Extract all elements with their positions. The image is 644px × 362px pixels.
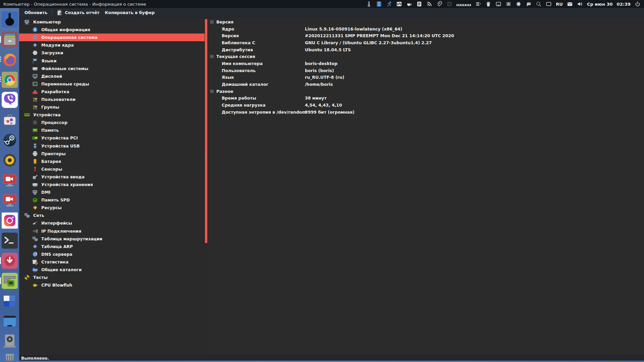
runner-icon[interactable] [386,1,392,7]
tree-item-батарея[interactable]: Батарея [19,158,205,165]
tree-item-dmi[interactable]: DMI [19,188,205,196]
tree-item-пользователи[interactable]: Пользователи [19,96,205,103]
collapse-expander-icon[interactable] [210,55,213,58]
tray-time[interactable]: 02:39 [617,2,631,7]
info-row[interactable]: Доступная энтропия в /dev/random3999 бит… [208,109,644,116]
tree-item-устройства[interactable]: Устройства [19,111,205,119]
collapse-expander-icon[interactable] [210,20,213,23]
tree-item-cpu-blowfish[interactable]: CPU Blowfish [19,281,205,289]
tree-item-общая-информация[interactable]: iОбщая информация [19,26,205,34]
dock-software-center[interactable] [2,112,18,128]
tree-item-сенсоры[interactable]: Сенсоры [19,165,205,173]
info-row[interactable]: Средняя нагрузка4,54, 4,43, 4,10 [208,102,644,109]
tree-item-группы[interactable]: Группы [19,103,205,111]
dock-chrome[interactable] [2,72,18,88]
tree-item-общие-каталоги[interactable]: Общие каталоги [19,266,205,274]
dock-media-disc[interactable] [2,152,18,168]
monitor-m-icon[interactable] [396,1,402,7]
keyboard-layout[interactable]: RU [556,2,563,7]
info-row[interactable]: Версия#202012211331 SMP PREEMPT Mon Dec … [208,32,644,39]
tree-item-устройства-ввода[interactable]: Устройства ввода [19,173,205,181]
dock-terminal[interactable] [2,233,18,249]
tree-item-устройства-pci[interactable]: Устройства PCI [19,134,205,142]
tree-item-тесты[interactable]: Тесты [19,274,205,281]
tree-item-таблица-маршрутизации[interactable]: Таблица маршрутизации [19,235,205,243]
info-row[interactable]: Языкru_RU.UTF-8 (ru) [208,74,644,81]
tree-item-дисплей[interactable]: Дисплей [19,72,205,80]
refresh-button[interactable]: Обновить [22,9,50,16]
dock-file-manager[interactable] [2,313,18,329]
pane-handle-dots[interactable] [206,152,207,158]
mail-icon[interactable] [567,1,573,7]
document-icon[interactable] [416,1,422,7]
tree-item-процессор[interactable]: Процессор [19,119,205,126]
tree-item-таблица-arp[interactable]: Таблица ARP [19,243,205,250]
dock-pointer-hand[interactable] [2,11,18,27]
tray-date[interactable]: Ср июн 30 [587,2,613,7]
chip-icon[interactable] [516,1,522,7]
trash-icon[interactable] [485,1,491,7]
info-group-header[interactable]: Текущая сессия [208,53,644,60]
info-row[interactable]: Библиотека CGNU C Library / (Ubuntu GLIB… [208,39,644,46]
dock-screen-recorder[interactable] [2,172,18,188]
tree-item-загрузки[interactable]: Загрузки [19,49,205,57]
dock-office-app[interactable] [2,293,18,309]
dock-instagram[interactable] [2,213,18,229]
tree-scrollbar-thumb[interactable] [205,19,207,243]
mailbox-icon[interactable]: T [526,1,532,7]
tree-item-устройства-хранения[interactable]: Устройства хранения [19,181,205,188]
pane-divider[interactable] [205,17,208,355]
power-icon[interactable] [635,1,641,7]
tree-item-dns-сервера[interactable]: DNS сервера [19,250,205,258]
dock-firefox[interactable] [2,52,18,68]
micro-text-indicator[interactable] [457,4,471,6]
tree-item-ресурсы[interactable]: Ресурсы [19,204,205,212]
dock-steam[interactable] [2,132,18,148]
menu-icon[interactable] [475,1,481,7]
volume-icon[interactable] [577,1,583,7]
tree-item-операционная-система[interactable]: Операционная система [19,34,205,41]
dock-hardinfo[interactable] [2,273,18,289]
dock-file-cabinet[interactable] [2,32,18,48]
dock-viber[interactable] [2,92,18,108]
thermometer-icon[interactable] [366,1,372,7]
tree-item-память-spd[interactable]: Память SPD [19,196,205,204]
info-group-header[interactable]: Разное [208,88,644,95]
tree-item-статистика[interactable]: Статистика [19,258,205,266]
tree-item-компьютер[interactable]: Компьютер [19,18,205,26]
info-row[interactable]: Имя компьютераboris-desktop [208,60,644,67]
tree-item-интерфейсы[interactable]: Интерфейсы [19,219,205,227]
dark-square-icon[interactable] [446,1,452,7]
tree-item-переменные-среды[interactable]: Переменные среды [19,80,205,88]
paperclip-icon[interactable] [436,1,442,7]
tree-item-принтеры[interactable]: Принтеры [19,150,205,158]
search-icon[interactable] [536,1,542,7]
info-row[interactable]: Время работы38 минут [208,95,644,102]
dock-screen-recorder-2[interactable] [2,192,18,208]
tree-item-label: Сеть [33,213,44,218]
collapse-expander-icon[interactable] [210,90,213,93]
drawer-icon[interactable] [376,1,382,7]
display-icon[interactable] [546,1,552,7]
info-row[interactable]: Пользовательboris (boris) [208,67,644,74]
rss-icon[interactable] [426,1,432,7]
coffee-cup-icon[interactable] [406,1,412,7]
letter-a-icon[interactable]: A [505,1,512,7]
info-row[interactable]: ЯдроLinux 5.9.16-050916-lowlatency (x86_… [208,25,644,33]
tree-item-файловые-системы[interactable]: Файловые системы [19,65,205,72]
screen-icon[interactable] [495,1,501,7]
info-row[interactable]: Домашний каталог/home/boris [208,81,644,88]
dock-disks[interactable] [2,333,18,349]
dock-downloader[interactable] [2,253,18,269]
tree-item-сеть[interactable]: Сеть [19,212,205,219]
info-row[interactable]: ДистрибутивUbuntu 18.04.5 LTS [208,46,644,53]
tree-item-модули-ядра[interactable]: Модули ядра [19,41,205,49]
tree-item-разработка[interactable]: Разработка [19,88,205,96]
tree-item-устройства-usb[interactable]: Устройства USB [19,142,205,150]
copy-to-clipboard-button[interactable]: Копировать в буфер [102,9,158,16]
info-group-header[interactable]: Версия [208,18,644,25]
tree-item-ip-подключения[interactable]: IP Подключения [19,227,205,235]
generate-report-button[interactable]: Создать отчёт [54,9,102,16]
tree-item-память[interactable]: Память [19,126,205,134]
tree-item-языки[interactable]: Языки [19,57,205,64]
